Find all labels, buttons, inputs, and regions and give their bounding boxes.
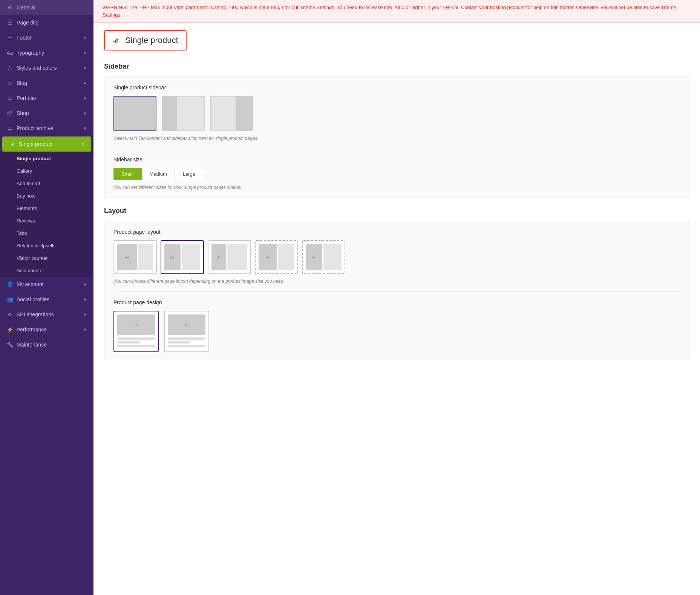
styles-colors-icon: ◌ <box>7 65 13 71</box>
styles-colors-chevron: ∨ <box>83 65 87 71</box>
sidebar-item-blog[interactable]: ▭ Blog ∨ <box>0 75 93 90</box>
sidebar-label-footer: Footer <box>17 35 32 41</box>
sidebar-item-my-account[interactable]: 👤 My account ∨ <box>0 277 93 292</box>
sidebar-item-page-title[interactable]: ☰ Page title <box>0 15 93 30</box>
typography-icon: Aa <box>7 50 13 56</box>
product-layout-hint: You can choose different page layout dep… <box>113 279 680 284</box>
sidebar-item-social-profiles[interactable]: 👥 Social profiles ∨ <box>0 292 93 307</box>
sidebar-item-styles-colors[interactable]: ◌ Styles and colors ∨ <box>0 60 93 75</box>
sidebar-item-maintenance[interactable]: 🔧 Maintenance <box>0 337 93 352</box>
product-design-label: Product page design <box>113 299 680 305</box>
sidebar-label-general: General <box>17 5 35 11</box>
sidebar-item-performance[interactable]: ⚡ Performance ∨ <box>0 322 93 337</box>
product-sidebar-label: Single product sidebar <box>113 84 680 90</box>
sidebar-label-shop: Shop <box>17 110 29 116</box>
sidebar-label-styles-colors: Styles and colors <box>17 65 57 71</box>
submenu-item-sold-counter[interactable]: Sold counter <box>0 264 93 277</box>
size-btn-small[interactable]: Small <box>113 168 142 180</box>
sidebar-size-buttons: Small Medium Large <box>113 168 680 180</box>
submenu-item-tabs[interactable]: Tabs <box>0 227 93 239</box>
sidebar: ⚙ General ☰ Page title ▭ Footer ∨ Aa Typ… <box>0 0 93 595</box>
blog-chevron: ∨ <box>83 80 87 86</box>
sidebar-item-shop[interactable]: 🛒 Shop ∨ <box>0 106 93 121</box>
submenu-item-gallery[interactable]: Gallery <box>0 165 93 177</box>
portfolio-chevron: ∨ <box>83 95 87 101</box>
performance-chevron: ∨ <box>83 327 87 332</box>
layout-settings-card: Product page layout ⊞ ⊞ <box>104 221 689 360</box>
sidebar-option-left[interactable] <box>162 96 205 131</box>
sidebar-item-general[interactable]: ⚙ General <box>0 0 93 15</box>
sidebar-item-api-integrations[interactable]: ⚙ API integrations ∨ <box>0 307 93 322</box>
submenu-item-single-product[interactable]: Single product <box>0 152 93 165</box>
shop-chevron: ∨ <box>83 110 87 116</box>
product-layout-option-5[interactable]: ⊞ <box>302 240 345 274</box>
sidebar-size-label: Sidebar size <box>113 156 680 163</box>
page-header-title: Single product <box>125 35 178 45</box>
sidebar-layout-hint: Select main Tab content and sidebar alig… <box>113 136 680 141</box>
performance-icon: ⚡ <box>7 327 13 333</box>
single-product-submenu: Single product Gallery Add to cart Buy n… <box>0 152 93 277</box>
size-btn-large[interactable]: Large <box>175 168 203 180</box>
sidebar-item-footer[interactable]: ▭ Footer ∨ <box>0 30 93 45</box>
typography-chevron: ∨ <box>83 50 87 55</box>
sidebar-label-single-product: Single product <box>19 141 53 147</box>
submenu-item-elements[interactable]: Elements <box>0 202 93 215</box>
footer-chevron: ∨ <box>83 35 87 40</box>
sidebar-label-product-archive: Product archive <box>17 125 53 131</box>
single-product-icon: 🛍 <box>9 141 15 147</box>
blog-icon: ▭ <box>7 80 13 86</box>
single-product-chevron: ∧ <box>81 141 84 147</box>
submenu-item-visitor-counter[interactable]: Visitor counter <box>0 252 93 264</box>
sidebar-label-api-integrations: API integrations <box>17 311 54 317</box>
api-integrations-chevron: ∨ <box>83 312 87 317</box>
sidebar-option-right[interactable] <box>210 96 253 131</box>
sidebar-settings-card: Single product sidebar <box>104 77 689 198</box>
submenu-item-buy-now[interactable]: Buy now <box>0 190 93 202</box>
sidebar-label-blog: Blog <box>17 80 27 86</box>
api-integrations-icon: ⚙ <box>7 311 13 317</box>
product-design-option-2[interactable]: ⊞ <box>164 311 209 352</box>
size-btn-medium[interactable]: Medium <box>142 168 175 180</box>
submenu-item-related-upsells[interactable]: Related & Upsells <box>0 239 93 252</box>
product-layout-options: ⊞ ⊞ ⊞ <box>113 240 680 274</box>
warning-text: WARNING: The 'PHP Max Input Vars' parame… <box>103 5 676 18</box>
page-header: 🛍 Single product <box>104 30 187 51</box>
product-layout-option-1[interactable]: ⊞ <box>113 240 157 274</box>
sidebar-size-hint: You can set different sizes for your sin… <box>113 185 680 190</box>
sidebar-label-typography: Typography <box>17 50 44 56</box>
sidebar-section-heading: Sidebar <box>104 63 689 71</box>
product-design-options: ⊞ ⊞ <box>113 311 680 352</box>
product-layout-option-3[interactable]: ⊞ <box>208 240 251 274</box>
shop-icon: 🛒 <box>7 110 13 116</box>
main-content: WARNING: The 'PHP Max Input Vars' parame… <box>93 0 700 595</box>
submenu-item-add-to-cart[interactable]: Add to cart <box>0 177 93 190</box>
submenu-item-reviews[interactable]: Reviews <box>0 215 93 227</box>
sidebar-item-product-archive[interactable]: ▭ Product archive ∨ <box>0 121 93 136</box>
page-title-icon: ☰ <box>7 20 13 26</box>
social-profiles-chevron: ∨ <box>83 297 87 302</box>
portfolio-icon: ▭ <box>7 95 13 101</box>
sidebar-item-single-product[interactable]: 🛍 Single product ∧ <box>2 136 91 152</box>
product-layout-label: Product page layout <box>113 229 680 235</box>
page-header-icon: 🛍 <box>112 36 120 45</box>
layout-section-heading: Layout <box>104 207 689 215</box>
product-archive-chevron: ∨ <box>83 126 87 131</box>
sidebar-label-my-account: My account <box>17 281 44 287</box>
sidebar-item-portfolio[interactable]: ▭ Portfolio ∨ <box>0 90 93 106</box>
product-layout-option-4[interactable]: ⊞ <box>255 240 298 274</box>
sidebar-label-portfolio: Portfolio <box>17 95 36 101</box>
sidebar-label-maintenance: Maintenance <box>17 342 47 348</box>
warning-banner: WARNING: The 'PHP Max Input Vars' parame… <box>93 0 700 23</box>
social-profiles-icon: 👥 <box>7 296 13 302</box>
maintenance-icon: 🔧 <box>7 342 13 348</box>
my-account-chevron: ∨ <box>83 282 87 287</box>
sidebar-label-performance: Performance <box>17 327 47 333</box>
my-account-icon: 👤 <box>7 281 13 287</box>
sidebar-label-page-title: Page title <box>17 20 38 26</box>
product-layout-option-2[interactable]: ⊞ <box>161 240 204 274</box>
sidebar-layout-options <box>113 96 680 131</box>
product-design-option-1[interactable]: ⊞ <box>113 311 159 352</box>
sidebar-option-full[interactable] <box>113 96 156 131</box>
sidebar-item-typography[interactable]: Aa Typography ∨ <box>0 45 93 60</box>
sidebar-label-social-profiles: Social profiles <box>17 296 49 302</box>
